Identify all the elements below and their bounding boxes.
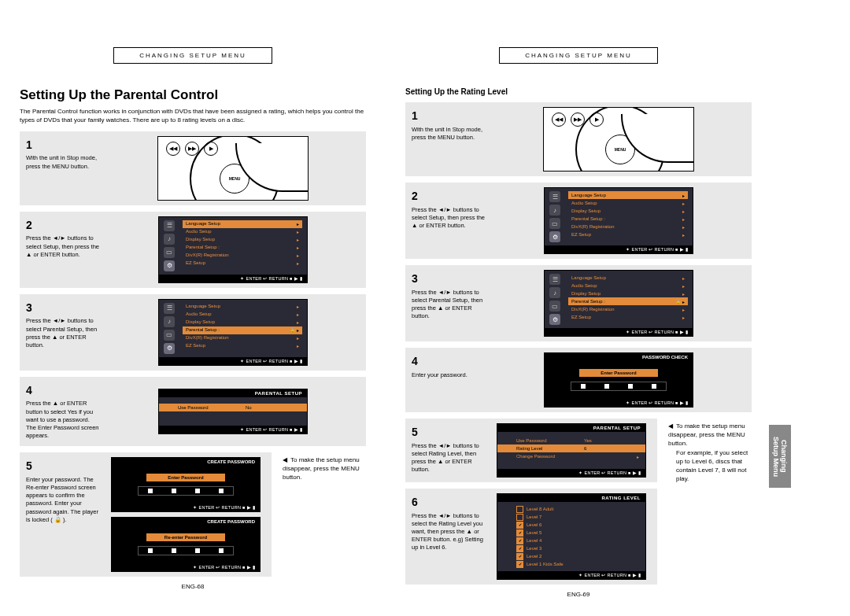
step-5: 5 Enter your password. The Re-enter Pass… (20, 452, 272, 577)
step-3: 3 Press the ◄/► buttons to select Parent… (20, 294, 366, 371)
r-step-2: 2 Press the ◄/► buttons to select Setup,… (405, 183, 752, 259)
step-1: 1 With the unit in Stop mode, press the … (20, 131, 366, 205)
osd-create-password: CREATE PASSWORD Enter Password ✦ ENTER ↩… (111, 457, 261, 512)
step-5-text: Enter your password. The Re-enter Passwo… (26, 476, 98, 523)
osd-parental-setup: PARENTAL SETUP Use PasswordNo ✦ ENTER ↩ … (158, 389, 308, 434)
r-step-3: 3 Press the ◄/► buttons to select Parent… (405, 265, 752, 341)
osd-setup-menu: ☰♪▭ ⚙ Language Setup▸ Audio Setup▸ Displ… (158, 216, 308, 283)
note-left: To make the setup menu disappear, press … (279, 456, 366, 482)
step-2: 2 Press the ◄/► buttons to select Setup,… (20, 212, 366, 288)
osd-password-check: PASSWORD CHECK Enter Password ✦ ENTER ↩ … (544, 352, 693, 408)
header-left: CHANGING SETUP MENU (113, 47, 272, 64)
step-3-text: Press the ◄/► buttons to select Parental… (26, 317, 97, 348)
page-title: Setting Up the Parental Control (20, 87, 366, 103)
subtitle-right: Setting Up the Rating Level (405, 87, 752, 96)
note-right-b: For example, if you select up to Level 6… (665, 448, 752, 484)
page-right: CHANGING SETUP MENU Setting Up the Ratin… (386, 47, 771, 598)
side-tab: Changing Setup Menu (769, 425, 791, 488)
page-number-right: ENG-69 (405, 591, 752, 598)
r-step-6: 6 Press the ◄/► buttons to select the Ra… (405, 489, 657, 585)
osd-parental-highlight: ☰♪▭ ⚙ Language Setup▸ Audio Setup▸ Displ… (158, 299, 308, 366)
step-1-text: With the unit in Stop mode, press the ME… (26, 154, 97, 169)
osd-reenter-password: CREATE PASSWORD Re-enter Password ✦ ENTE… (111, 517, 261, 572)
header-right: CHANGING SETUP MENU (499, 47, 658, 64)
intro-text: The Parental Control function works in c… (20, 108, 366, 125)
step-2-text: Press the ◄/► buttons to select Setup, t… (26, 234, 99, 257)
note-right-a: To make the setup menu disappear, press … (665, 422, 752, 448)
page-left: CHANGING SETUP MENU Setting Up the Paren… (0, 47, 386, 598)
r-step-5: 5 Press the ◄/► buttons to select Rating… (405, 419, 657, 482)
page-number-left: ENG-68 (20, 583, 366, 590)
remote-illustration: ◀◀▶▶▶ MENU (157, 136, 309, 201)
step-4: 4 Press the ▲ or ENTER button to select … (20, 377, 366, 447)
osd-rating-level: RATING LEVEL Level 8 Adult Level 7 ✔Leve… (497, 493, 646, 580)
step-4-text: Press the ▲ or ENTER button to select Ye… (26, 400, 99, 439)
r-step-4: 4 Enter your password. PASSWORD CHECK En… (405, 348, 752, 412)
r-step-1: 1 With the unit in Stop mode, press the … (405, 102, 752, 176)
remote-illustration-r: ◀◀▶▶▶ MENU (543, 107, 694, 172)
